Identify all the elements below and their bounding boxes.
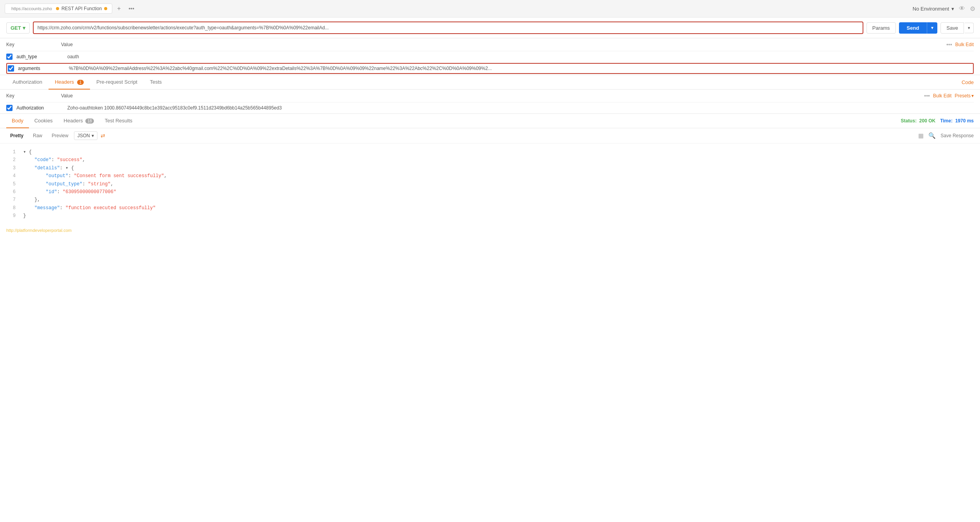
response-tab-body[interactable]: Body — [6, 114, 29, 128]
format-tab-pretty[interactable]: Pretty — [6, 131, 27, 140]
json-line-2: 2 "code": "success", — [6, 156, 974, 164]
tab-pre-request[interactable]: Pre-request Script — [90, 75, 144, 90]
params-button[interactable]: Params — [867, 22, 896, 34]
status-info: Status: 200 OK Time: 1970 ms — [901, 118, 974, 124]
environment-dropdown[interactable]: No Environment ▾ — [913, 6, 954, 12]
time-info: Time: 1970 ms — [940, 118, 974, 124]
eye-icon[interactable]: 👁 — [959, 5, 965, 12]
json-line-4: 4 "output": "Consent form sent successfu… — [6, 172, 974, 180]
param-val-auth-type: oauth — [67, 54, 974, 59]
copy-icon[interactable]: ▦ — [918, 132, 924, 139]
send-dropdown-button[interactable]: ▾ — [927, 22, 937, 34]
format-select[interactable]: JSON ▾ — [74, 131, 97, 140]
save-dropdown-button[interactable]: ▾ — [965, 23, 974, 33]
params-more-icon[interactable]: ••• — [946, 41, 952, 48]
bottom-link[interactable]: http://platformdeveloperportal.com — [0, 225, 980, 236]
format-tabs: Pretty Raw Preview JSON ▾ ⇄ ▦ 🔍 Save Res… — [0, 128, 980, 144]
param-row-arguments: arguments %7B%0D%0A%09%22emailAddress%22… — [6, 63, 974, 74]
param-key-auth-type: auth_type — [16, 54, 67, 59]
tab-dot1 — [56, 7, 59, 10]
params-section: Key Value ••• Bulk Edit auth_type oauth … — [0, 38, 980, 75]
json-line-7: 7 }, — [6, 196, 974, 204]
env-section: No Environment ▾ 👁 ⚙ — [913, 5, 975, 13]
param-val-arguments: %7B%0D%0A%09%22emailAddress%22%3A%22abc%… — [69, 66, 972, 71]
request-bar: GET ▾ Params Send ▾ Save ▾ — [0, 18, 980, 38]
response-actions: ▦ 🔍 Save Response — [918, 132, 974, 139]
tab-rest-api[interactable]: https://accounts.zoho REST API Function — [5, 4, 112, 14]
header-actions: ••• Bulk Edit Presets ▾ — [924, 93, 974, 99]
params-header: Key Value ••• Bulk Edit — [6, 38, 974, 51]
header-checkbox-authorization[interactable] — [6, 105, 13, 111]
presets-button[interactable]: Presets ▾ — [955, 93, 974, 99]
format-tab-raw[interactable]: Raw — [29, 131, 46, 140]
format-chevron: ▾ — [92, 133, 94, 138]
response-headers-badge: 18 — [85, 118, 94, 124]
headers-key-col: Key — [6, 93, 61, 99]
new-tab-button[interactable]: + — [114, 3, 124, 14]
param-row-auth-type: auth_type oauth — [6, 51, 974, 62]
presets-chevron: ▾ — [971, 93, 974, 99]
response-tab-headers[interactable]: Headers 18 — [58, 114, 99, 128]
header-key-authorization: Authorization — [16, 105, 67, 111]
headers-section: Key Value ••• Bulk Edit Presets ▾ Author… — [0, 90, 980, 114]
json-line-5: 5 "output_type": "string", — [6, 180, 974, 188]
env-label: No Environment — [913, 6, 949, 12]
tab-dot2 — [104, 7, 107, 10]
status-ok: Status: 200 OK — [901, 118, 935, 124]
method-label: GET — [11, 25, 21, 31]
code-link[interactable]: Code — [962, 79, 974, 85]
json-line-3: 3 "details": ▾ { — [6, 164, 974, 172]
params-value-header: Value — [61, 42, 946, 47]
header-val-authorization: Zoho-oauthtoken 1000.8607494449c8bc1e392… — [67, 105, 974, 111]
headers-badge: 1 — [77, 80, 84, 85]
bulk-edit-button[interactable]: Bulk Edit — [955, 42, 974, 47]
send-button[interactable]: Send — [899, 22, 927, 34]
tab-headers[interactable]: Headers 1 — [49, 75, 90, 90]
url-input[interactable] — [33, 22, 863, 34]
format-tab-preview[interactable]: Preview — [48, 131, 72, 140]
bulk-edit-group: ••• Bulk Edit — [946, 41, 974, 48]
time-value: 1970 ms — [955, 118, 974, 124]
headers-header: Key Value ••• Bulk Edit Presets ▾ — [6, 90, 974, 102]
headers-more-icon[interactable]: ••• — [924, 93, 930, 99]
more-tabs-button[interactable]: ••• — [125, 4, 137, 14]
tab-bar: https://accounts.zoho REST API Function … — [0, 0, 980, 18]
save-btn-group: Save ▾ — [940, 22, 974, 34]
json-line-9: 9 } — [6, 212, 974, 220]
response-tabs: Body Cookies Headers 18 Test Results Sta… — [0, 114, 980, 128]
tab-authorization[interactable]: Authorization — [6, 75, 49, 90]
wrap-icon[interactable]: ⇄ — [101, 133, 105, 139]
chevron-down-icon: ▾ — [951, 6, 954, 12]
headers-bulk-edit[interactable]: Bulk Edit — [933, 93, 951, 99]
json-display: 1 ▾ { 2 "code": "success", 3 "details": … — [0, 144, 980, 225]
response-tab-cookies[interactable]: Cookies — [29, 114, 58, 128]
param-key-arguments: arguments — [18, 66, 69, 71]
tab-url: https://accounts.zoho — [10, 6, 54, 11]
status-value: 200 OK — [919, 118, 935, 124]
save-button[interactable]: Save — [940, 22, 964, 34]
tab-label: REST API Function — [61, 6, 102, 11]
json-line-6: 6 "id": "63095000000077006" — [6, 188, 974, 196]
section-tabs: Authorization Headers 1 Pre-request Scri… — [0, 75, 980, 90]
param-checkbox-auth-type[interactable] — [6, 54, 13, 60]
json-line-8: 8 "message": "function executed successf… — [6, 204, 974, 212]
param-checkbox-arguments[interactable] — [8, 65, 14, 72]
gear-icon[interactable]: ⚙ — [970, 5, 975, 13]
send-btn-group: Send ▾ — [899, 22, 938, 34]
save-response-button[interactable]: Save Response — [940, 133, 974, 138]
tab-tests[interactable]: Tests — [144, 75, 168, 90]
params-key-header: Key — [6, 42, 61, 47]
header-row-authorization: Authorization Zoho-oauthtoken 1000.86074… — [6, 102, 974, 113]
search-icon[interactable]: 🔍 — [928, 132, 936, 139]
json-line-1: 1 ▾ { — [6, 148, 974, 156]
response-tab-test-results[interactable]: Test Results — [99, 114, 138, 128]
method-chevron: ▾ — [23, 25, 25, 31]
method-select[interactable]: GET ▾ — [6, 22, 30, 34]
response-section: Body Cookies Headers 18 Test Results Sta… — [0, 114, 980, 225]
headers-val-col: Value — [61, 93, 924, 99]
